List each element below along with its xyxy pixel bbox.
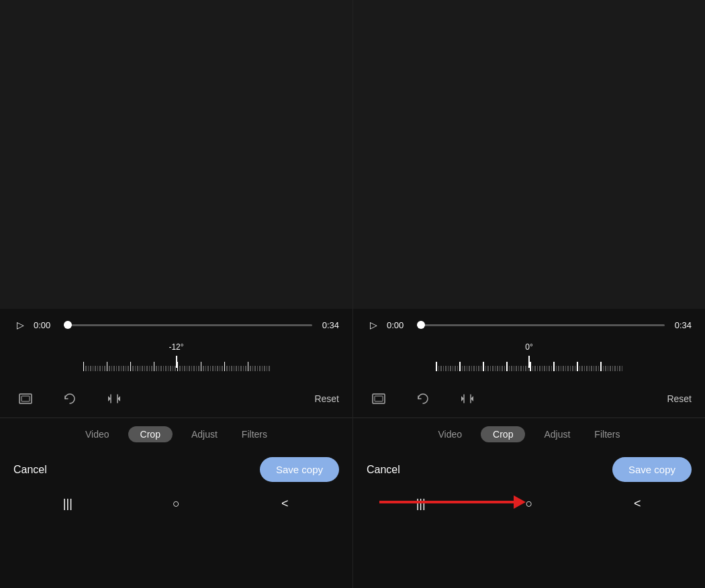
right-tab-filters[interactable]: Filters xyxy=(589,426,625,442)
slider-tick xyxy=(140,366,141,371)
slider-tick xyxy=(471,366,473,371)
right-image-area xyxy=(353,0,705,309)
slider-tick xyxy=(549,366,550,371)
slider-tick xyxy=(90,366,91,371)
right-play-button[interactable]: ▷ xyxy=(367,318,380,332)
slider-tick xyxy=(563,366,564,371)
slider-tick xyxy=(478,366,479,371)
slider-tick xyxy=(154,362,155,371)
slider-tick xyxy=(220,366,221,371)
left-aspect-ratio-button[interactable] xyxy=(13,387,38,411)
slider-tick xyxy=(464,366,465,371)
right-aspect-ratio-icon xyxy=(371,391,386,406)
left-play-button[interactable]: ▷ xyxy=(13,318,27,332)
right-cancel-button[interactable]: Cancel xyxy=(367,464,400,476)
left-end-time: 0:34 xyxy=(319,320,339,330)
slider-tick xyxy=(226,366,228,371)
slider-tick xyxy=(500,366,501,371)
slider-tick xyxy=(88,366,89,371)
right-rotation-area: 0° xyxy=(353,338,705,381)
slider-tick xyxy=(608,366,609,371)
svg-rect-12 xyxy=(21,396,30,401)
slider-tick xyxy=(506,362,508,371)
slider-tick xyxy=(565,366,567,371)
right-center-line xyxy=(528,356,530,368)
right-tab-adjust[interactable]: Adjust xyxy=(538,426,575,442)
left-nav-circle[interactable]: ○ xyxy=(162,497,189,511)
arrow-line xyxy=(379,501,514,503)
slider-tick xyxy=(450,366,451,371)
slider-tick xyxy=(236,366,237,371)
slider-tick xyxy=(151,366,152,371)
slider-tick xyxy=(497,366,498,371)
slider-tick xyxy=(453,366,454,371)
right-rotate-button[interactable] xyxy=(411,387,435,411)
left-cancel-button[interactable]: Cancel xyxy=(13,464,47,476)
slider-tick xyxy=(516,366,517,371)
slider-tick xyxy=(252,366,254,371)
slider-tick xyxy=(455,366,456,371)
slider-tick xyxy=(222,366,223,371)
left-flip-button[interactable] xyxy=(102,387,126,411)
left-tab-crop[interactable]: Crop xyxy=(128,426,173,442)
flip-icon xyxy=(107,391,122,406)
left-rotation-slider[interactable] xyxy=(13,354,339,375)
slider-tick xyxy=(448,366,449,371)
left-nav-lines[interactable]: ||| xyxy=(54,497,81,511)
left-save-copy-button[interactable]: Save copy xyxy=(260,457,339,482)
slider-tick xyxy=(102,366,103,371)
slider-tick xyxy=(467,366,468,371)
right-nav-back[interactable]: < xyxy=(624,497,651,511)
slider-tick xyxy=(469,366,470,371)
slider-tick xyxy=(462,366,463,371)
right-reset-button[interactable]: Reset xyxy=(667,393,692,404)
slider-tick xyxy=(589,366,590,371)
left-timeline-thumb[interactable] xyxy=(64,321,72,329)
left-nav-back[interactable]: < xyxy=(271,497,298,511)
left-rotate-button[interactable] xyxy=(58,387,82,411)
slider-tick xyxy=(558,366,559,371)
right-tab-crop[interactable]: Crop xyxy=(481,426,525,442)
slider-tick xyxy=(509,366,510,371)
right-save-copy-button[interactable]: Save copy xyxy=(612,457,692,482)
slider-tick xyxy=(165,366,167,371)
slider-tick xyxy=(109,366,110,371)
right-timeline-thumb[interactable] xyxy=(417,321,425,329)
left-reset-button[interactable]: Reset xyxy=(314,393,339,404)
slider-tick xyxy=(168,366,169,371)
right-timeline-track[interactable] xyxy=(417,324,665,326)
arrow-head xyxy=(514,495,526,509)
slider-tick xyxy=(269,366,270,371)
slider-tick xyxy=(485,366,487,371)
left-tab-adjust[interactable]: Adjust xyxy=(186,426,223,442)
slider-tick xyxy=(191,366,193,371)
left-tab-video[interactable]: Video xyxy=(80,426,115,442)
slider-tick xyxy=(445,366,446,371)
slider-tick xyxy=(163,366,164,371)
slider-tick xyxy=(243,366,244,371)
slider-tick xyxy=(504,366,506,371)
slider-tick xyxy=(591,366,592,371)
slider-tick xyxy=(502,366,503,371)
rotate-icon xyxy=(62,391,77,406)
slider-tick xyxy=(436,362,437,371)
right-tab-video[interactable]: Video xyxy=(433,426,468,442)
right-rotation-slider[interactable] xyxy=(367,354,692,375)
slider-tick xyxy=(95,366,96,371)
slider-tick xyxy=(257,366,258,371)
left-timeline-track[interactable] xyxy=(64,324,312,326)
slider-tick xyxy=(598,366,600,371)
slider-tick xyxy=(93,366,94,371)
slider-tick xyxy=(539,366,540,371)
left-start-time: 0:00 xyxy=(34,320,57,330)
right-aspect-ratio-button[interactable] xyxy=(367,387,391,411)
slider-tick xyxy=(544,366,545,371)
left-tab-filters[interactable]: Filters xyxy=(236,426,273,442)
slider-tick xyxy=(547,366,548,371)
slider-tick xyxy=(123,366,124,371)
slider-tick xyxy=(438,366,440,371)
left-rotation-value: -12° xyxy=(169,342,183,352)
left-panel: ▷ 0:00 0:34 -12° xyxy=(0,0,352,588)
right-bottom-bar: Cancel Save copy xyxy=(353,450,705,490)
right-flip-button[interactable] xyxy=(455,387,479,411)
